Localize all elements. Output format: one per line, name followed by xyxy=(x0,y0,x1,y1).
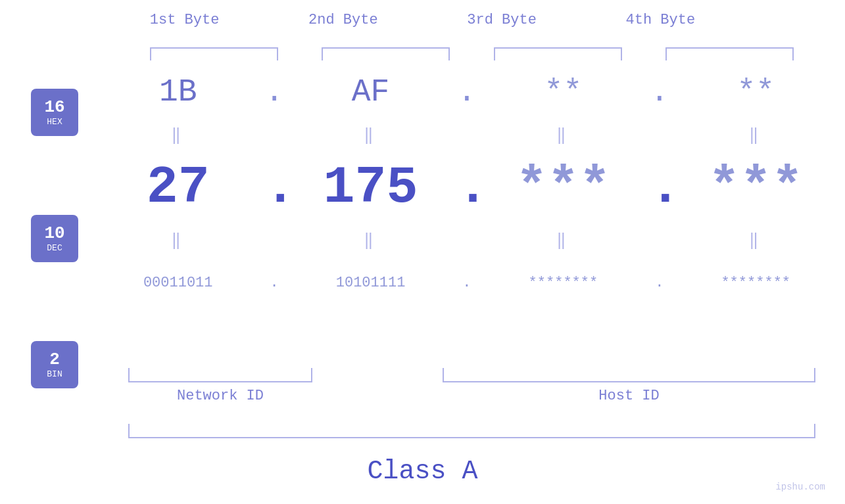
eq2-byte3: ‖ xyxy=(497,231,629,250)
dec-byte1: 27 xyxy=(112,158,244,218)
bin-byte2: 10101111 xyxy=(305,275,437,291)
network-id-label: Network ID xyxy=(128,388,312,404)
dec-byte3: *** xyxy=(497,158,629,218)
hex-badge-num: 16 xyxy=(44,99,64,116)
eq2-byte4: ‖ xyxy=(690,231,821,250)
eq1-byte4: ‖ xyxy=(690,126,821,145)
watermark: ipshu.com xyxy=(775,482,825,492)
dec-badge: 10 DEC xyxy=(31,215,78,262)
eq1-byte1: ‖ xyxy=(112,126,244,145)
hex-badge-label: HEX xyxy=(47,117,62,127)
dec-row: 27 . 175 . *** . *** xyxy=(102,148,832,227)
hex-dot2: . xyxy=(457,74,477,110)
bin-byte3: ******** xyxy=(497,275,629,291)
hex-byte4: ** xyxy=(690,74,821,110)
bin-row: 00011011 . 10101111 . ******** . *******… xyxy=(102,253,832,312)
bin-dot2: . xyxy=(457,275,477,291)
dec-dot3: . xyxy=(650,158,669,218)
eq1-byte2: ‖ xyxy=(305,126,437,145)
bin-dot3: . xyxy=(650,275,669,291)
bin-byte4: ******** xyxy=(690,275,821,291)
eq1-byte3: ‖ xyxy=(497,126,629,145)
eq2-byte2: ‖ xyxy=(305,231,437,250)
eq2-byte1: ‖ xyxy=(112,231,244,250)
bin-badge-num: 2 xyxy=(49,351,60,368)
bottom-brackets xyxy=(128,368,815,382)
equals-row-1: ‖ ‖ ‖ ‖ xyxy=(102,122,832,148)
id-labels: Network ID Host ID xyxy=(128,388,815,404)
hex-dot1: . xyxy=(264,74,284,110)
bracket-byte3 xyxy=(494,47,622,60)
main-grid: 1B . AF . ** . ** ‖ ‖ xyxy=(102,62,832,312)
base-badges: 16 HEX 10 DEC 2 BIN xyxy=(31,89,78,388)
byte1-header: 1st Byte xyxy=(119,12,251,28)
bin-dot1: . xyxy=(264,275,284,291)
dec-byte4: *** xyxy=(690,158,821,218)
byte2-header: 2nd Byte xyxy=(278,12,409,28)
hex-row: 1B . AF . ** . ** xyxy=(102,62,832,122)
dec-badge-label: DEC xyxy=(47,243,62,253)
bracket-byte2 xyxy=(322,47,450,60)
bracket-host xyxy=(443,368,815,382)
bin-badge-label: BIN xyxy=(47,369,62,379)
hex-byte2: AF xyxy=(305,74,437,110)
host-id-label: Host ID xyxy=(443,388,815,404)
hex-dot3: . xyxy=(650,74,669,110)
hex-badge: 16 HEX xyxy=(31,89,78,136)
bottom-full-bracket xyxy=(128,424,815,438)
byte3-header: 3rd Byte xyxy=(436,12,567,28)
hex-byte3: ** xyxy=(497,74,629,110)
dec-byte2: 175 xyxy=(305,158,437,218)
main-container: 1st Byte 2nd Byte 3rd Byte 4th Byte 16 H… xyxy=(0,0,845,504)
class-label: Class A xyxy=(0,457,845,486)
byte4-header: 4th Byte xyxy=(594,12,726,28)
bracket-byte1 xyxy=(150,47,278,60)
equals-row-2: ‖ ‖ ‖ ‖ xyxy=(102,227,832,253)
dec-dot1: . xyxy=(264,158,284,218)
bin-badge: 2 BIN xyxy=(31,341,78,388)
bracket-byte4 xyxy=(665,47,794,60)
dec-badge-num: 10 xyxy=(44,225,64,242)
top-brackets xyxy=(128,47,815,60)
bracket-network xyxy=(128,368,312,382)
hex-byte1: 1B xyxy=(112,74,244,110)
dec-dot2: . xyxy=(457,158,477,218)
bin-byte1: 00011011 xyxy=(112,275,244,291)
byte-headers: 1st Byte 2nd Byte 3rd Byte 4th Byte xyxy=(0,0,845,28)
